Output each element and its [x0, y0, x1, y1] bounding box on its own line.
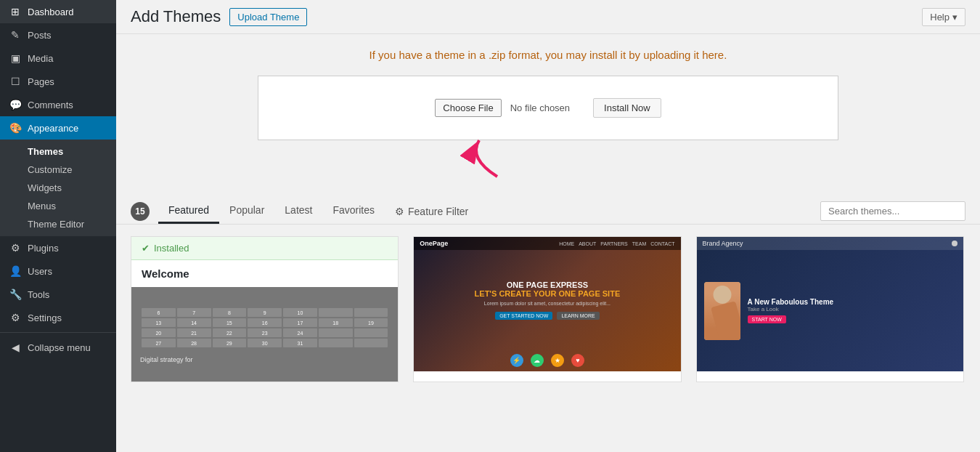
- collapse-icon: ◀: [9, 342, 22, 353]
- sidebar-item-appearance[interactable]: 🎨 Appearance: [0, 116, 116, 140]
- sidebar-sub-theme-editor[interactable]: Theme Editor: [0, 215, 116, 233]
- onepage-icon-2: ☁: [531, 354, 544, 367]
- sidebar-item-settings[interactable]: ⚙ Settings: [0, 306, 116, 329]
- tab-favorites[interactable]: Favorites: [322, 198, 385, 224]
- sidebar-item-label: Dashboard: [28, 7, 74, 17]
- sidebar-item-label: Media: [28, 53, 53, 64]
- sidebar-item-tools[interactable]: 🔧 Tools: [0, 283, 116, 306]
- sidebar-item-plugins[interactable]: ⚙ Plugins: [0, 236, 116, 259]
- sidebar-item-media[interactable]: ▣ Media: [0, 47, 116, 70]
- themes-grid: ✔ Installed Welcome 678910 1314151617181…: [116, 225, 980, 394]
- sidebar-item-label: Pages: [28, 76, 54, 87]
- tabs-bar: 15 Featured Popular Latest Favorites ⚙ F…: [131, 198, 965, 224]
- sidebar-collapse[interactable]: ◀ Collapse menu: [0, 336, 116, 359]
- chevron-down-icon: ▾: [952, 12, 957, 23]
- plugins-icon: ⚙: [9, 242, 22, 254]
- theme-name-welcome: Welcome: [131, 260, 398, 287]
- page-header: Add Themes Upload Theme Help ▾: [116, 0, 980, 34]
- theme-card-welcome[interactable]: ✔ Installed Welcome 678910 1314151617181…: [131, 236, 399, 382]
- title-area: Add Themes Upload Theme: [131, 7, 307, 26]
- dashboard-icon: ⊞: [9, 6, 22, 17]
- sidebar-item-users[interactable]: 👤 Users: [0, 259, 116, 283]
- onepage-nav: HOMEABOUTPARTNERSTEAMCONTACT: [559, 241, 674, 246]
- sidebar-item-label: Settings: [28, 312, 62, 323]
- arrow-indicator: [258, 140, 838, 184]
- appearance-submenu: Themes Customize Widgets Menus Theme Edi…: [0, 140, 116, 236]
- choose-file-button[interactable]: Choose File: [435, 99, 501, 117]
- themes-search-area: [820, 201, 965, 221]
- media-icon: ▣: [9, 52, 22, 64]
- feature-filter-label: Feature Filter: [408, 206, 468, 217]
- tools-icon: 🔧: [9, 288, 22, 300]
- page-title: Add Themes: [131, 7, 221, 26]
- sidebar-sub-themes[interactable]: Themes: [0, 142, 116, 161]
- brand-cta: START NOW: [748, 315, 786, 323]
- brand-logo: Brand Agency: [703, 240, 743, 247]
- onepage-icon-4: ♥: [571, 354, 584, 367]
- no-file-text: No file chosen: [510, 102, 570, 113]
- upload-theme-button[interactable]: Upload Theme: [229, 8, 307, 26]
- collapse-label: Collapse menu: [28, 342, 91, 353]
- tab-latest[interactable]: Latest: [274, 198, 322, 224]
- onepage-subtitle: LET'S CREATE YOUR ONE PAGE SITE: [475, 289, 621, 298]
- sidebar-item-label: Comments: [28, 100, 73, 110]
- posts-icon: ✎: [9, 29, 22, 41]
- sidebar-item-label: Posts: [28, 30, 52, 41]
- tab-feature-filter[interactable]: ⚙ Feature Filter: [385, 200, 478, 223]
- upload-section: If you have a theme in a .zip format, yo…: [116, 34, 980, 191]
- sidebar-sub-menus[interactable]: Menus: [0, 197, 116, 215]
- installed-label: Installed: [154, 243, 189, 254]
- arrow-svg: [454, 137, 512, 180]
- sidebar-item-label: Appearance: [28, 123, 78, 134]
- onepage-logo: OnePage: [420, 240, 448, 247]
- sidebar-divider: [0, 332, 116, 333]
- onepage-icon-3: ★: [551, 354, 564, 367]
- users-icon: 👤: [9, 265, 22, 277]
- themes-count: 15: [131, 202, 150, 221]
- theme-preview-text: Digital strategy for: [136, 353, 393, 366]
- appearance-icon: 🎨: [9, 122, 22, 134]
- upload-info-text: If you have a theme in a .zip format, yo…: [131, 49, 965, 61]
- brand-title: A New Faboulous Theme: [748, 298, 956, 306]
- gear-icon: ⚙: [395, 206, 404, 217]
- sidebar-item-label: Tools: [28, 289, 49, 300]
- onepage-title: ONE PAGE EXPRESS: [507, 281, 588, 289]
- sidebar-item-label: Users: [28, 266, 52, 277]
- theme-preview-welcome: 678910 13141516171819 2021222324 2728293…: [131, 287, 398, 382]
- theme-preview-onepage: OnePage HOMEABOUTPARTNERSTEAMCONTACT ONE…: [414, 237, 680, 371]
- tabs-section: 15 Featured Popular Latest Favorites ⚙ F…: [116, 191, 980, 225]
- install-now-button[interactable]: Install Now: [593, 98, 661, 118]
- sidebar-item-dashboard[interactable]: ⊞ Dashboard: [0, 0, 116, 23]
- sidebar-sub-widgets[interactable]: Widgets: [0, 179, 116, 197]
- checkmark-icon: ✔: [142, 243, 150, 254]
- settings-icon: ⚙: [9, 312, 22, 323]
- comments-icon: 💬: [9, 99, 22, 110]
- brand-subtitle: Take a Look: [748, 306, 956, 312]
- sidebar-item-comments[interactable]: 💬 Comments: [0, 93, 116, 116]
- sidebar-item-pages[interactable]: ☐ Pages: [0, 70, 116, 93]
- sidebar-item-label: Plugins: [28, 243, 59, 254]
- search-themes-input[interactable]: [820, 201, 965, 221]
- help-label: Help: [930, 12, 950, 23]
- theme-preview-brand: Brand Agency: [697, 237, 963, 371]
- upload-box: Choose File No file chosen Install Now: [258, 76, 838, 140]
- content-area: If you have a theme in a .zip format, yo…: [116, 34, 980, 452]
- tab-popular[interactable]: Popular: [219, 198, 274, 224]
- sidebar: ⊞ Dashboard ✎ Posts ▣ Media ☐ Pages 💬 Co…: [0, 0, 116, 452]
- brand-person-image: [704, 282, 740, 340]
- main-content: Add Themes Upload Theme Help ▾ If you ha…: [116, 0, 980, 452]
- tab-featured[interactable]: Featured: [158, 198, 219, 224]
- pages-icon: ☐: [9, 76, 22, 87]
- theme-card-brand[interactable]: Brand Agency: [696, 236, 964, 382]
- sidebar-sub-customize[interactable]: Customize: [0, 161, 116, 179]
- sidebar-item-posts[interactable]: ✎ Posts: [0, 23, 116, 47]
- help-button[interactable]: Help ▾: [922, 8, 965, 26]
- installed-badge: ✔ Installed: [131, 237, 398, 260]
- theme-card-onepage[interactable]: OnePage HOMEABOUTPARTNERSTEAMCONTACT ONE…: [413, 236, 681, 382]
- onepage-icon-1: ⚡: [510, 354, 523, 367]
- onepage-desc: Lorem ipsum dolor sit amet, consectetur …: [484, 301, 611, 306]
